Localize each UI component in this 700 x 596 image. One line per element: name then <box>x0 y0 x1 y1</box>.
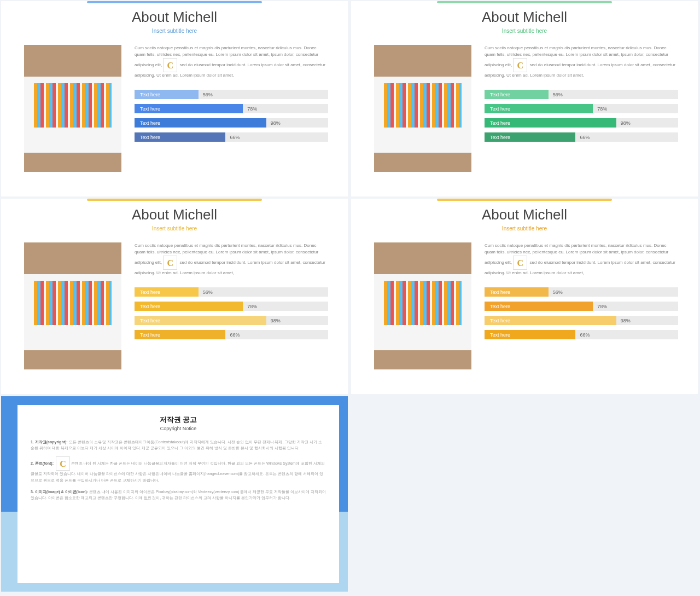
chart-photo <box>24 242 121 369</box>
notice-paragraph: 2. 폰트(font): C콘텐츠 내에 된 서체는 한글 폰트는 네이버 나눔… <box>31 456 326 483</box>
notice-frame: 저작권 공고Copyright Notice1. 저작권(copyright):… <box>1 396 348 592</box>
progress-bar: Text here78% <box>485 104 678 113</box>
slide-title: About Michell <box>1 206 348 223</box>
progress-bar: Text here98% <box>135 316 328 325</box>
progress-bar: Text here56% <box>135 287 328 297</box>
progress-bar: Text here56% <box>485 90 678 99</box>
slide-subtitle: Insert subtitle here <box>1 225 348 232</box>
slide-about-2: About MichellInsert subtitle hereCum soc… <box>1 199 348 394</box>
notice-paragraph: 3. 이미지(image) & 아이콘(icon): 콘텐츠 내에 사용된 이미… <box>31 489 326 501</box>
bar-percent: 98% <box>621 318 631 323</box>
bar-percent: 56% <box>553 92 563 97</box>
logo-icon: C <box>513 256 527 270</box>
notice-text: 콘텐츠 내에 된 서체는 한글 폰트는 네이버 나눔글꼴의 저자들이 어떤 저작… <box>31 461 325 482</box>
slide-title: About Michell <box>351 9 698 26</box>
text-column: Cum sociis natoque penatibus et magnis d… <box>485 242 678 369</box>
slide-about-0: About MichellInsert subtitle hereCum soc… <box>1 1 348 196</box>
bar-label: Text here <box>135 302 243 311</box>
bar-label: Text here <box>135 287 199 297</box>
slide-title: About Michell <box>1 9 348 26</box>
chart-photo <box>374 45 471 172</box>
accent-bar <box>437 199 612 201</box>
notice-label: 1. 저작권(copyright): <box>31 440 69 444</box>
notice-subtitle: Copyright Notice <box>31 426 326 431</box>
bar-percent: 56% <box>553 290 563 295</box>
logo-icon: C <box>163 58 177 72</box>
chart-photo <box>374 242 471 369</box>
progress-bar: Text here56% <box>485 287 678 297</box>
bar-percent: 78% <box>597 106 607 112</box>
bar-percent: 56% <box>203 290 213 295</box>
bar-label: Text here <box>485 90 549 99</box>
bar-label: Text here <box>485 316 616 325</box>
bar-label: Text here <box>485 118 616 128</box>
bar-label: Text here <box>485 132 575 142</box>
slide-subtitle: Insert subtitle here <box>1 28 348 34</box>
progress-bar: Text here98% <box>135 118 328 128</box>
text-column: Cum sociis natoque penatibus et magnis d… <box>135 242 328 369</box>
logo-icon: C <box>513 58 527 72</box>
logo-icon: C <box>163 256 177 270</box>
bar-percent: 66% <box>230 135 240 140</box>
progress-bar: Text here66% <box>485 132 678 142</box>
bar-label: Text here <box>485 302 593 311</box>
slide-about-3: About MichellInsert subtitle hereCum soc… <box>351 199 698 394</box>
notice-label: 3. 이미지(image) & 아이콘(icon): <box>31 490 89 494</box>
body-text: Cum sociis natoque penatibus et magnis d… <box>135 242 328 276</box>
text-column: Cum sociis natoque penatibus et magnis d… <box>135 45 328 172</box>
notice-title: 저작권 공고 <box>31 415 326 425</box>
bar-label: Text here <box>485 287 549 297</box>
chart-photo <box>24 45 121 172</box>
slide-subtitle: Insert subtitle here <box>351 225 698 232</box>
slide-subtitle: Insert subtitle here <box>351 28 698 34</box>
accent-bar <box>437 1 612 3</box>
progress-bar: Text here66% <box>135 330 328 339</box>
progress-bar: Text here78% <box>135 104 328 113</box>
notice-text: 모든 콘텐츠의 소유 및 저작권은 콘텐츠테이크아웃(Contentstakeo… <box>31 440 322 450</box>
content-row: Cum sociis natoque penatibus et magnis d… <box>351 232 698 369</box>
progress-bar: Text here98% <box>485 118 678 128</box>
body-text: Cum sociis natoque penatibus et magnis d… <box>485 45 678 79</box>
bar-percent: 98% <box>621 120 631 126</box>
progress-bar: Text here66% <box>135 132 328 142</box>
bar-label: Text here <box>485 104 593 113</box>
progress-bar: Text here56% <box>135 90 328 99</box>
bar-percent: 78% <box>247 106 257 112</box>
body-text: Cum sociis natoque penatibus et magnis d… <box>485 242 678 276</box>
accent-bar <box>87 199 262 201</box>
content-row: Cum sociis natoque penatibus et magnis d… <box>1 232 348 369</box>
bar-percent: 98% <box>271 318 281 323</box>
progress-bar: Text here66% <box>485 330 678 339</box>
bar-percent: 66% <box>580 135 590 140</box>
slide-title: About Michell <box>351 206 698 223</box>
bar-percent: 78% <box>247 304 257 309</box>
bar-label: Text here <box>135 104 243 113</box>
bar-label: Text here <box>485 330 575 339</box>
bar-label: Text here <box>135 316 266 325</box>
progress-bar: Text here98% <box>485 316 678 325</box>
bar-percent: 56% <box>203 92 213 97</box>
bar-label: Text here <box>135 118 266 128</box>
content-row: Cum sociis natoque penatibus et magnis d… <box>1 34 348 172</box>
bar-percent: 98% <box>271 120 281 126</box>
progress-bar: Text here78% <box>135 302 328 311</box>
notice-paragraph: 1. 저작권(copyright): 모든 콘텐츠의 소유 및 저작권은 콘텐츠… <box>31 439 326 451</box>
progress-bar: Text here78% <box>485 302 678 311</box>
slide-about-1: About MichellInsert subtitle hereCum soc… <box>351 1 698 196</box>
body-text: Cum sociis natoque penatibus et magnis d… <box>135 45 328 79</box>
notice-label: 2. 폰트(font): <box>31 461 55 465</box>
bar-percent: 66% <box>230 332 240 338</box>
bar-label: Text here <box>135 132 225 142</box>
text-column: Cum sociis natoque penatibus et magnis d… <box>485 45 678 172</box>
bar-label: Text here <box>135 90 199 99</box>
bar-label: Text here <box>135 330 225 339</box>
accent-bar <box>87 1 262 3</box>
bar-percent: 78% <box>597 304 607 309</box>
slide-copyright-notice: 저작권 공고Copyright Notice1. 저작권(copyright):… <box>1 396 348 592</box>
logo-icon: C <box>56 456 70 471</box>
bar-percent: 66% <box>580 332 590 338</box>
content-row: Cum sociis natoque penatibus et magnis d… <box>351 34 698 172</box>
